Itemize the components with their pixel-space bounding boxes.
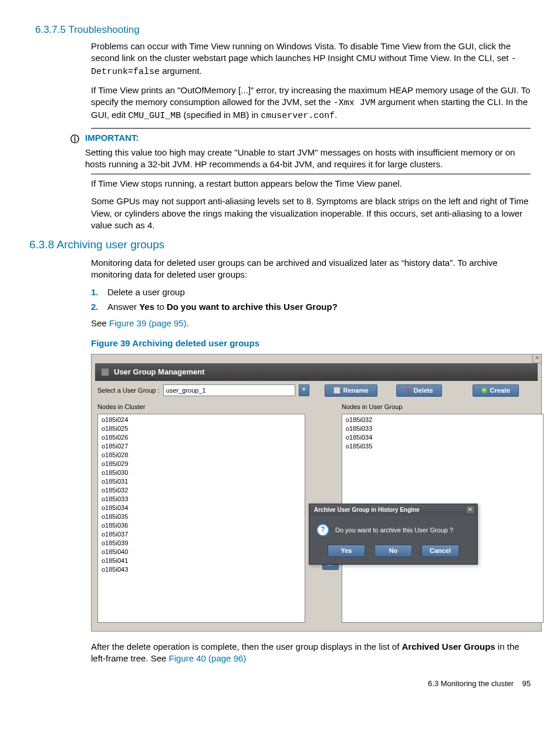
list-item[interactable]: o185i031 bbox=[102, 477, 301, 486]
select-value: user_group_1 bbox=[166, 386, 206, 395]
footer-section: 6.3 Monitoring the cluster bbox=[428, 679, 514, 688]
column-label: Nodes in Cluster bbox=[97, 403, 319, 411]
window-icon bbox=[101, 368, 109, 376]
list-item[interactable]: o185i029 bbox=[102, 460, 301, 468]
list-item[interactable]: o185i043 bbox=[102, 565, 301, 574]
delete-button[interactable]: ✕ Delete bbox=[396, 384, 442, 397]
figure-caption: Figure 39 Archiving deleted user groups bbox=[91, 337, 531, 349]
figure-link[interactable]: Figure 40 (page 96) bbox=[169, 653, 247, 663]
important-text: Setting this value too high may create "… bbox=[85, 147, 531, 171]
figure-39: ✕ User Group Management Select a User Gr… bbox=[91, 354, 542, 631]
list-item[interactable]: o185i028 bbox=[102, 451, 301, 460]
list-number: 1. bbox=[91, 286, 99, 298]
text: to bbox=[154, 302, 167, 312]
para-638-see: See Figure 39 (page 95). bbox=[91, 318, 531, 329]
button-label: Rename bbox=[343, 386, 369, 395]
dialog-title: Archive User Group in History Engine bbox=[314, 506, 419, 514]
list-item[interactable]: o185i025 bbox=[102, 424, 301, 433]
code: cmuserver.conf bbox=[261, 111, 335, 121]
para-6375-2: If Time View prints an "OutOfMemory [...… bbox=[91, 85, 531, 123]
select-label: Select a User Group : bbox=[97, 386, 160, 395]
dropdown-icon[interactable]: ▼ bbox=[299, 384, 309, 396]
window-title: User Group Management bbox=[114, 367, 205, 377]
delete-icon: ✕ bbox=[405, 387, 411, 393]
question-icon: ? bbox=[316, 524, 329, 536]
no-button[interactable]: No bbox=[375, 545, 412, 557]
text: . bbox=[187, 318, 189, 328]
toolbar: Select a User Group : user_group_1 ▼ Ren… bbox=[97, 384, 535, 397]
text: (specified in MB) in bbox=[181, 110, 261, 120]
button-label: Delete bbox=[414, 386, 433, 395]
close-icon[interactable]: ✕ bbox=[532, 354, 542, 363]
list-item[interactable]: o185i024 bbox=[102, 416, 301, 424]
dialog-buttons: Yes No Cancel bbox=[309, 542, 477, 564]
nodes-in-cluster-column: Nodes in Cluster o185i024o185i025o185i02… bbox=[97, 403, 319, 623]
list-item[interactable]: o185i030 bbox=[102, 468, 301, 477]
button-label: Create bbox=[490, 386, 510, 395]
para-638-intro: Monitoring data for deleted user groups … bbox=[91, 257, 531, 281]
list-item[interactable]: o185i032 bbox=[346, 416, 539, 424]
code: -Xmx JVM bbox=[333, 98, 376, 108]
column-label: Nodes in User Group bbox=[342, 403, 535, 411]
divider bbox=[91, 174, 531, 174]
list-item[interactable]: o185i033 bbox=[102, 495, 301, 504]
create-button[interactable]: + Create bbox=[473, 384, 519, 397]
rename-icon bbox=[333, 387, 340, 394]
text: See bbox=[91, 318, 109, 328]
archive-dialog: Archive User Group in History Engine ✕ ?… bbox=[309, 504, 478, 565]
text: After the delete operation is complete, … bbox=[91, 642, 402, 652]
dialog-body: ? Do you want to archive this User Group… bbox=[309, 515, 477, 542]
para-6375-4: Some GPUs may not support anti-aliasing … bbox=[91, 195, 531, 231]
text: Do you want to archive this User Group? bbox=[167, 302, 338, 312]
page-number: 95 bbox=[522, 679, 531, 688]
list-item[interactable]: o185i039 bbox=[102, 539, 301, 548]
usergroup-select[interactable]: user_group_1 bbox=[163, 384, 295, 396]
window-titlebar: User Group Management bbox=[95, 363, 538, 381]
text: argument. bbox=[160, 66, 202, 76]
list-item[interactable]: o185i035 bbox=[346, 442, 539, 451]
text: Delete a user group bbox=[107, 287, 185, 297]
dialog-titlebar: Archive User Group in History Engine ✕ bbox=[309, 504, 477, 515]
rename-button[interactable]: Rename bbox=[325, 384, 377, 397]
list-item[interactable]: o185i034 bbox=[102, 504, 301, 512]
list-item[interactable]: o185i040 bbox=[102, 548, 301, 556]
text: Problems can occur with Time View runnin… bbox=[91, 41, 511, 63]
list-item[interactable]: o185i027 bbox=[102, 442, 301, 451]
list-item[interactable]: o185i032 bbox=[102, 486, 301, 495]
text: Yes bbox=[139, 302, 154, 312]
text: . bbox=[335, 110, 337, 120]
important-icon: ⓘ bbox=[70, 132, 85, 170]
text: Answer bbox=[107, 302, 139, 312]
ordered-list: 1.Delete a user group 2.Answer Yes to Do… bbox=[91, 286, 531, 313]
cancel-button[interactable]: Cancel bbox=[421, 545, 459, 557]
code: CMU_GUI_MB bbox=[128, 111, 181, 121]
list-item: 1.Delete a user group bbox=[107, 286, 531, 298]
nodes-in-cluster-list[interactable]: o185i024o185i025o185i026o185i027o185i028… bbox=[97, 414, 305, 623]
list-item[interactable]: o185i026 bbox=[102, 433, 301, 442]
divider bbox=[91, 128, 531, 129]
para-638-after: After the delete operation is complete, … bbox=[91, 641, 531, 665]
list-item[interactable]: o185i037 bbox=[102, 530, 301, 539]
list-item[interactable]: o185i041 bbox=[102, 556, 301, 565]
yes-button[interactable]: Yes bbox=[328, 545, 365, 557]
heading-6375: 6.3.7.5 Troubleshooting bbox=[35, 23, 531, 37]
list-number: 2. bbox=[91, 301, 99, 313]
para-6375-3: If Time View stops running, a restart bu… bbox=[91, 178, 531, 190]
close-icon[interactable]: ✕ bbox=[465, 505, 475, 514]
text: Archived User Groups bbox=[402, 642, 495, 652]
list-item[interactable]: o185i035 bbox=[102, 512, 301, 521]
list-item[interactable]: o185i033 bbox=[346, 424, 539, 433]
list-item[interactable]: o185i034 bbox=[346, 433, 539, 442]
create-icon: + bbox=[481, 387, 487, 393]
important-label: IMPORTANT: bbox=[85, 132, 531, 144]
heading-638: 6.3.8 Archiving user groups bbox=[29, 237, 531, 252]
important-callout: ⓘ IMPORTANT: Setting this value too high… bbox=[70, 132, 531, 170]
list-item[interactable]: o185i036 bbox=[102, 521, 301, 530]
list-item: 2.Answer Yes to Do you want to archive t… bbox=[107, 301, 531, 313]
dialog-message: Do you want to archive this User Group ? bbox=[335, 526, 453, 535]
page-footer: 6.3 Monitoring the cluster 95 bbox=[29, 679, 531, 689]
para-6375-1: Problems can occur with Time View runnin… bbox=[91, 40, 531, 79]
figure-link[interactable]: Figure 39 (page 95) bbox=[109, 318, 187, 328]
